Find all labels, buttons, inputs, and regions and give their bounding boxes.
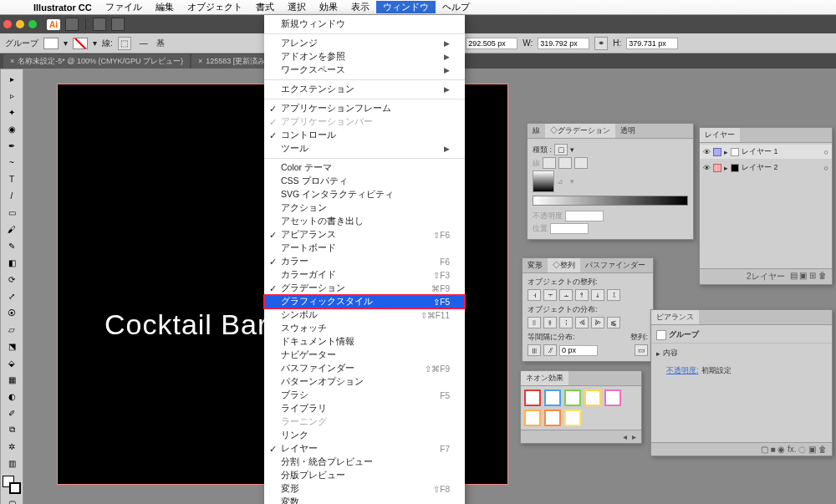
mesh-tool[interactable]: ▦ bbox=[3, 372, 21, 387]
direct-selection-tool[interactable]: ▹ bbox=[3, 88, 21, 103]
w-input[interactable] bbox=[538, 38, 589, 49]
tab-gradient[interactable]: ◇グラデーション bbox=[545, 124, 615, 138]
menu-window[interactable]: ウィンドウ bbox=[376, 1, 436, 13]
graphic-style-swatch[interactable] bbox=[524, 389, 541, 406]
menu-type[interactable]: 書式 bbox=[249, 1, 281, 13]
free-transform-tool[interactable]: ▱ bbox=[3, 322, 21, 337]
menu-edit[interactable]: 編集 bbox=[149, 1, 181, 13]
minimize-window-icon[interactable] bbox=[16, 20, 24, 28]
pen-tool[interactable]: ✒ bbox=[3, 138, 21, 153]
menu-help[interactable]: ヘルプ bbox=[436, 1, 477, 13]
artboard-text[interactable]: Cocktail Bar bbox=[104, 308, 268, 341]
menu-item[interactable]: スウォッチ bbox=[264, 322, 465, 335]
paintbrush-tool[interactable]: 🖌 bbox=[3, 221, 21, 237]
menu-item[interactable]: ✓アプリケーションフレーム bbox=[264, 102, 465, 115]
gradient-type[interactable]: ▢ bbox=[554, 144, 568, 155]
next-icon[interactable]: ▸ bbox=[632, 432, 636, 441]
neon-graphic-styles-panel[interactable]: ネオン効果 ◂▸ bbox=[520, 370, 642, 444]
align-top-icon[interactable]: ⫯ bbox=[575, 289, 589, 301]
menu-item[interactable]: CSS プロパティ bbox=[264, 175, 465, 188]
align-left-icon[interactable]: ⫞ bbox=[528, 289, 541, 301]
layer-row[interactable]: 👁▸レイヤー 2○ bbox=[700, 160, 832, 175]
layer-name[interactable]: レイヤー 2 bbox=[742, 162, 778, 173]
align-panel[interactable]: 変形◇整列パスファインダー オブジェクトの整列: ⫞⫟⫠⫯⫰⫱ オブジェクトの分… bbox=[522, 257, 654, 362]
align-right-icon[interactable]: ⫠ bbox=[559, 289, 573, 301]
appearance-opacity-link[interactable]: 不透明度: bbox=[666, 365, 699, 376]
new-layer-icon[interactable]: ▤ ▣ ⊞ 🗑 bbox=[790, 271, 827, 283]
graphic-style-swatch[interactable] bbox=[524, 410, 541, 426]
panel-footer-icons[interactable]: ▢ ■ ◉ fx. ◌ ▣ 🗑 bbox=[761, 445, 827, 454]
menu-item[interactable]: 分割・統合プレビュー bbox=[264, 456, 465, 469]
eyedropper-tool[interactable]: ✐ bbox=[3, 405, 21, 420]
menu-item[interactable]: 新規ウィンドウ bbox=[264, 18, 465, 31]
menu-item[interactable]: ナビゲーター bbox=[264, 349, 465, 362]
width-tool[interactable]: ⦿ bbox=[3, 305, 21, 320]
tab-pathfinder[interactable]: パスファインダー bbox=[580, 258, 650, 272]
perspective-tool[interactable]: ⬙ bbox=[3, 355, 21, 370]
tab-appearance[interactable]: ピアランス bbox=[651, 310, 699, 324]
menu-select[interactable]: 選択 bbox=[281, 1, 313, 13]
gradient-tool[interactable]: ◐ bbox=[3, 389, 21, 404]
h-input[interactable] bbox=[626, 38, 678, 49]
close-tab-icon[interactable]: × bbox=[10, 57, 14, 65]
screen-mode[interactable]: ▢ bbox=[3, 496, 21, 504]
align-to-icon[interactable]: ▭ bbox=[635, 344, 648, 356]
menu-item[interactable]: アドオンを参照▶ bbox=[264, 50, 465, 64]
menu-item[interactable]: ✓グラデーション⌘F9 bbox=[264, 282, 465, 295]
menu-item[interactable]: シンボル⇧⌘F11 bbox=[264, 308, 465, 322]
align-bottom-icon[interactable]: ⫱ bbox=[607, 289, 620, 301]
curvature-tool[interactable]: ~ bbox=[3, 155, 21, 170]
rotate-tool[interactable]: ⟳ bbox=[3, 272, 21, 287]
graphic-style-swatch[interactable] bbox=[564, 410, 581, 426]
appearance-panel[interactable]: ピアランス グループ ▸内容 不透明度:初期設定 ▢ ■ ◉ fx. ◌ ▣ 🗑 bbox=[650, 309, 833, 456]
menu-item[interactable]: グラフィックスタイル⇧F5 bbox=[264, 295, 465, 308]
symbol-sprayer-tool[interactable]: ✲ bbox=[3, 439, 21, 454]
layer-name[interactable]: レイヤー 1 bbox=[742, 146, 778, 157]
spacing-input[interactable] bbox=[559, 345, 598, 356]
menu-item[interactable]: エクステンション▶ bbox=[264, 83, 465, 96]
column-graph-tool[interactable]: ▥ bbox=[3, 456, 21, 471]
menu-item[interactable]: ブラシF5 bbox=[264, 389, 465, 402]
rectangle-tool[interactable]: ▭ bbox=[3, 205, 21, 220]
lasso-tool[interactable]: ◉ bbox=[3, 121, 21, 136]
graphic-style-swatch[interactable] bbox=[544, 389, 561, 406]
app-name[interactable]: Illustrator CC bbox=[27, 3, 99, 13]
doc-tab[interactable]: ×名称未設定-5* @ 100% (CMYK/GPU プレビュー) bbox=[3, 54, 190, 69]
y-input[interactable] bbox=[466, 38, 517, 49]
graphic-style-swatch[interactable] bbox=[564, 389, 581, 406]
shape-builder-tool[interactable]: ⬔ bbox=[3, 339, 21, 354]
menu-item[interactable]: ✓レイヤーF7 bbox=[264, 442, 465, 456]
align-hcenter-icon[interactable]: ⫟ bbox=[543, 289, 557, 301]
menu-item[interactable]: 分版プレビュー bbox=[264, 469, 465, 482]
gradient-slider[interactable] bbox=[533, 196, 688, 206]
gradient-panel[interactable]: 線 ◇グラデーション 透明 種類 :▢▾ 線 ⊿ ▾ 不透明度 位置 bbox=[527, 123, 694, 240]
menu-item[interactable]: パスファインダー⇧⌘F9 bbox=[264, 362, 465, 375]
menu-item[interactable]: 変数 bbox=[264, 496, 465, 504]
fill-stroke-control[interactable] bbox=[3, 476, 21, 494]
menu-object[interactable]: オブジェクト bbox=[181, 1, 249, 13]
menu-item[interactable]: SVG インタラクティビティ bbox=[264, 188, 465, 201]
menu-effect[interactable]: 効果 bbox=[313, 1, 344, 13]
eraser-tool[interactable]: ◧ bbox=[3, 255, 21, 270]
graphic-style-swatch[interactable] bbox=[604, 389, 621, 406]
tab-stroke[interactable]: 線 bbox=[528, 124, 545, 138]
appearance-contents[interactable]: 内容 bbox=[663, 348, 678, 359]
menu-item[interactable]: アートボード bbox=[264, 242, 465, 255]
type-tool[interactable]: T bbox=[3, 171, 21, 186]
stroke-weight[interactable]: ⬚ bbox=[118, 37, 131, 50]
menu-item[interactable]: ツール▶ bbox=[264, 142, 465, 155]
menu-item[interactable]: ドキュメント情報 bbox=[264, 335, 465, 349]
menu-item[interactable]: 変形⇧F8 bbox=[264, 482, 465, 496]
menu-item[interactable]: カラーガイド⇧F3 bbox=[264, 268, 465, 282]
graphic-style-swatch[interactable] bbox=[584, 389, 601, 406]
close-window-icon[interactable] bbox=[3, 20, 12, 28]
menu-item[interactable]: ワークスペース▶ bbox=[264, 64, 465, 77]
shaper-tool[interactable]: ✎ bbox=[3, 238, 21, 253]
gradient-preview[interactable] bbox=[533, 171, 554, 192]
visibility-icon[interactable]: 👁 bbox=[703, 148, 711, 156]
zoom-window-icon[interactable] bbox=[28, 20, 37, 28]
menu-item[interactable]: リンク bbox=[264, 429, 465, 442]
menu-item[interactable]: Color テーマ bbox=[264, 161, 465, 175]
menu-item[interactable]: ライブラリ bbox=[264, 402, 465, 415]
link-wh-icon[interactable]: ⚭ bbox=[594, 37, 608, 50]
